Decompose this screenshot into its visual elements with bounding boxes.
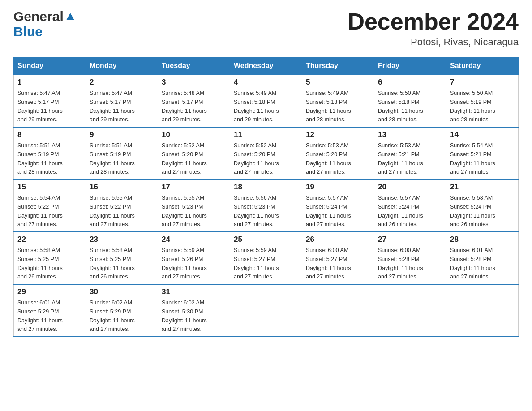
- col-tuesday: Tuesday: [158, 57, 230, 75]
- day-number: 15: [17, 183, 82, 192]
- title-block: December 2024 Potosi, Rivas, Nicaragua: [348, 9, 519, 48]
- calendar-cell-w2-d3: 10 Sunrise: 5:52 AMSunset: 5:20 PMDaylig…: [158, 127, 230, 180]
- calendar-cell-w2-d5: 12 Sunrise: 5:53 AMSunset: 5:20 PMDaylig…: [302, 127, 374, 180]
- day-info: Sunrise: 5:58 AMSunset: 5:25 PMDaylight:…: [17, 247, 63, 280]
- calendar-cell-w1-d1: 1 Sunrise: 5:47 AMSunset: 5:17 PMDayligh…: [14, 75, 86, 127]
- calendar-cell-w3-d2: 16 Sunrise: 5:55 AMSunset: 5:22 PMDaylig…: [86, 180, 158, 232]
- calendar-table: Sunday Monday Tuesday Wednesday Thursday…: [13, 57, 519, 337]
- day-info: Sunrise: 5:58 AMSunset: 5:25 PMDaylight:…: [90, 247, 135, 280]
- location-text: Potosi, Rivas, Nicaragua: [348, 36, 519, 48]
- calendar-cell-w2-d1: 8 Sunrise: 5:51 AMSunset: 5:19 PMDayligh…: [14, 127, 86, 180]
- day-info: Sunrise: 6:00 AMSunset: 5:28 PMDaylight:…: [378, 247, 423, 280]
- calendar-header-row: Sunday Monday Tuesday Wednesday Thursday…: [14, 57, 519, 75]
- calendar-cell-w4-d2: 23 Sunrise: 5:58 AMSunset: 5:25 PMDaylig…: [86, 232, 158, 284]
- col-sunday: Sunday: [14, 57, 86, 75]
- col-saturday: Saturday: [446, 57, 519, 75]
- day-number: 21: [450, 183, 515, 192]
- day-info: Sunrise: 5:54 AMSunset: 5:22 PMDaylight:…: [17, 195, 63, 227]
- calendar-week-1: 1 Sunrise: 5:47 AMSunset: 5:17 PMDayligh…: [14, 75, 519, 127]
- day-number: 3: [162, 78, 226, 87]
- day-info: Sunrise: 5:56 AMSunset: 5:23 PMDaylight:…: [234, 195, 279, 227]
- day-info: Sunrise: 5:53 AMSunset: 5:21 PMDaylight:…: [378, 142, 423, 175]
- calendar-cell-w3-d5: 19 Sunrise: 5:57 AMSunset: 5:24 PMDaylig…: [302, 180, 374, 232]
- day-number: 25: [234, 235, 298, 244]
- day-info: Sunrise: 5:53 AMSunset: 5:20 PMDaylight:…: [306, 142, 351, 175]
- col-friday: Friday: [374, 57, 446, 75]
- day-info: Sunrise: 6:01 AMSunset: 5:29 PMDaylight:…: [17, 300, 63, 332]
- day-number: 4: [234, 78, 298, 87]
- day-number: 26: [306, 235, 370, 244]
- calendar-cell-w4-d1: 22 Sunrise: 5:58 AMSunset: 5:25 PMDaylig…: [14, 232, 86, 284]
- calendar-cell-w1-d4: 4 Sunrise: 5:49 AMSunset: 5:18 PMDayligh…: [230, 75, 302, 127]
- calendar-cell-w1-d5: 5 Sunrise: 5:49 AMSunset: 5:18 PMDayligh…: [302, 75, 374, 127]
- calendar-cell-w2-d4: 11 Sunrise: 5:52 AMSunset: 5:20 PMDaylig…: [230, 127, 302, 180]
- logo-blue-text: Blue: [13, 24, 43, 39]
- day-number: 29: [17, 287, 82, 296]
- calendar-cell-w4-d5: 26 Sunrise: 6:00 AMSunset: 5:27 PMDaylig…: [302, 232, 374, 284]
- day-info: Sunrise: 5:49 AMSunset: 5:18 PMDaylight:…: [234, 90, 279, 123]
- day-info: Sunrise: 5:58 AMSunset: 5:24 PMDaylight:…: [450, 195, 495, 227]
- day-number: 6: [378, 78, 442, 87]
- calendar-cell-w4-d6: 27 Sunrise: 6:00 AMSunset: 5:28 PMDaylig…: [374, 232, 446, 284]
- calendar-cell-w3-d1: 15 Sunrise: 5:54 AMSunset: 5:22 PMDaylig…: [14, 180, 86, 232]
- day-number: 17: [162, 183, 226, 192]
- day-number: 22: [17, 235, 82, 244]
- day-number: 8: [17, 130, 82, 139]
- day-number: 10: [162, 130, 226, 139]
- calendar-cell-w3-d4: 18 Sunrise: 5:56 AMSunset: 5:23 PMDaylig…: [230, 180, 302, 232]
- calendar-cell-w5-d1: 29 Sunrise: 6:01 AMSunset: 5:29 PMDaylig…: [14, 284, 86, 337]
- day-number: 18: [234, 183, 298, 192]
- svg-marker-0: [66, 13, 74, 20]
- calendar-cell-w4-d4: 25 Sunrise: 5:59 AMSunset: 5:27 PMDaylig…: [230, 232, 302, 284]
- day-info: Sunrise: 5:47 AMSunset: 5:17 PMDaylight:…: [90, 90, 135, 123]
- calendar-cell-w3-d6: 20 Sunrise: 5:57 AMSunset: 5:24 PMDaylig…: [374, 180, 446, 232]
- day-info: Sunrise: 6:00 AMSunset: 5:27 PMDaylight:…: [306, 247, 351, 280]
- day-info: Sunrise: 5:49 AMSunset: 5:18 PMDaylight:…: [306, 90, 351, 123]
- calendar-cell-w1-d3: 3 Sunrise: 5:48 AMSunset: 5:17 PMDayligh…: [158, 75, 230, 127]
- calendar-cell-w1-d2: 2 Sunrise: 5:47 AMSunset: 5:17 PMDayligh…: [86, 75, 158, 127]
- day-number: 23: [90, 235, 154, 244]
- calendar-cell-w5-d6: [374, 284, 446, 337]
- day-number: 9: [90, 130, 154, 139]
- calendar-week-4: 22 Sunrise: 5:58 AMSunset: 5:25 PMDaylig…: [14, 232, 519, 284]
- day-info: Sunrise: 5:47 AMSunset: 5:17 PMDaylight:…: [17, 90, 63, 123]
- day-info: Sunrise: 5:59 AMSunset: 5:27 PMDaylight:…: [234, 247, 279, 280]
- day-info: Sunrise: 5:48 AMSunset: 5:17 PMDaylight:…: [162, 90, 207, 123]
- day-number: 28: [450, 235, 515, 244]
- day-number: 7: [450, 78, 515, 87]
- calendar-week-3: 15 Sunrise: 5:54 AMSunset: 5:22 PMDaylig…: [14, 180, 519, 232]
- day-info: Sunrise: 5:50 AMSunset: 5:19 PMDaylight:…: [450, 90, 495, 123]
- logo-general-text: General: [13, 9, 64, 24]
- day-info: Sunrise: 6:02 AMSunset: 5:30 PMDaylight:…: [162, 300, 207, 332]
- day-number: 2: [90, 78, 154, 87]
- calendar-week-5: 29 Sunrise: 6:01 AMSunset: 5:29 PMDaylig…: [14, 284, 519, 337]
- calendar-cell-w2-d7: 14 Sunrise: 5:54 AMSunset: 5:21 PMDaylig…: [446, 127, 519, 180]
- day-info: Sunrise: 5:55 AMSunset: 5:23 PMDaylight:…: [162, 195, 207, 227]
- day-info: Sunrise: 6:02 AMSunset: 5:29 PMDaylight:…: [90, 300, 135, 332]
- logo: General Blue: [13, 9, 75, 39]
- calendar-cell-w3-d3: 17 Sunrise: 5:55 AMSunset: 5:23 PMDaylig…: [158, 180, 230, 232]
- calendar-cell-w2-d6: 13 Sunrise: 5:53 AMSunset: 5:21 PMDaylig…: [374, 127, 446, 180]
- day-number: 19: [306, 183, 370, 192]
- col-wednesday: Wednesday: [230, 57, 302, 75]
- day-info: Sunrise: 5:52 AMSunset: 5:20 PMDaylight:…: [162, 142, 207, 175]
- day-number: 5: [306, 78, 370, 87]
- day-info: Sunrise: 5:51 AMSunset: 5:19 PMDaylight:…: [90, 142, 135, 175]
- day-info: Sunrise: 5:51 AMSunset: 5:19 PMDaylight:…: [17, 142, 63, 175]
- day-info: Sunrise: 5:50 AMSunset: 5:18 PMDaylight:…: [378, 90, 423, 123]
- day-info: Sunrise: 5:59 AMSunset: 5:26 PMDaylight:…: [162, 247, 207, 280]
- col-monday: Monday: [86, 57, 158, 75]
- day-info: Sunrise: 5:55 AMSunset: 5:22 PMDaylight:…: [90, 195, 135, 227]
- calendar-week-2: 8 Sunrise: 5:51 AMSunset: 5:19 PMDayligh…: [14, 127, 519, 180]
- page-header: General Blue December 2024 Potosi, Rivas…: [13, 9, 519, 48]
- calendar-cell-w1-d7: 7 Sunrise: 5:50 AMSunset: 5:19 PMDayligh…: [446, 75, 519, 127]
- calendar-cell-w4-d3: 24 Sunrise: 5:59 AMSunset: 5:26 PMDaylig…: [158, 232, 230, 284]
- day-number: 1: [17, 78, 82, 87]
- day-number: 24: [162, 235, 226, 244]
- day-info: Sunrise: 5:57 AMSunset: 5:24 PMDaylight:…: [306, 195, 351, 227]
- calendar-cell-w5-d4: [230, 284, 302, 337]
- day-number: 30: [90, 287, 154, 296]
- calendar-cell-w4-d7: 28 Sunrise: 6:01 AMSunset: 5:28 PMDaylig…: [446, 232, 519, 284]
- day-info: Sunrise: 5:52 AMSunset: 5:20 PMDaylight:…: [234, 142, 279, 175]
- day-info: Sunrise: 5:57 AMSunset: 5:24 PMDaylight:…: [378, 195, 423, 227]
